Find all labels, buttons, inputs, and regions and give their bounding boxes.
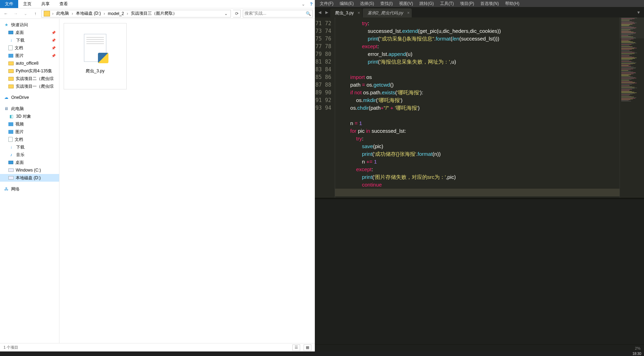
tree-desktop[interactable]: 桌面📌 <box>0 29 59 36</box>
address-bar-row: ← → ⌄ ↑ › 此电脑 › 本地磁盘 (D:) › model_2 › 实战… <box>0 8 315 19</box>
tree-network[interactable]: 🖧网络 <box>0 185 59 193</box>
desktop-icon <box>8 161 13 164</box>
crumb-thispc[interactable]: 此电脑 <box>54 10 71 17</box>
item-count: 1 个项目 <box>3 345 18 350</box>
close-icon[interactable]: × <box>407 10 410 15</box>
minimap[interactable] <box>620 17 644 198</box>
close-icon[interactable]: × <box>358 10 360 15</box>
line-gutter[interactable]: 71 72 73 74 75 76 77 78 79 80 81 82 83 8… <box>315 17 335 198</box>
menu-help[interactable]: 帮助(H) <box>502 0 522 7</box>
menu-file[interactable]: 文件(F) <box>317 0 336 7</box>
folder-icon <box>44 11 50 16</box>
onedrive-icon: ☁ <box>3 95 9 100</box>
tree-documents[interactable]: 文档📌 <box>0 44 59 52</box>
view-icons-button[interactable]: ▦ <box>304 344 311 351</box>
tab-label: 案例2_爬虫代码.py <box>368 10 403 16</box>
file-list[interactable]: 爬虫_3.py <box>59 19 315 343</box>
pin-icon: 📌 <box>51 38 56 42</box>
folder-icon <box>8 61 14 65</box>
menu-find[interactable]: 查找(I) <box>377 0 395 7</box>
pin-icon: 📌 <box>51 31 56 35</box>
editor-tabs: ◀ ▶ 爬虫_3.py × 案例2_爬虫代码.py × ▾ <box>315 7 644 17</box>
folder-icon <box>8 69 14 73</box>
tree-python-practical[interactable]: Python实用4-135集 <box>0 67 59 75</box>
nav-tree[interactable]: ★快速访问 桌面📌 ↓下载📌 文档📌 图片📌 auto_office8 Pyth… <box>0 19 59 343</box>
tab-label: 爬虫_3.py <box>335 10 354 16</box>
network-icon: 🖧 <box>3 186 9 192</box>
tree-downloads2[interactable]: ↓下载 <box>0 143 59 151</box>
folder-icon <box>8 77 14 81</box>
menu-view[interactable]: 视图(V) <box>396 0 416 7</box>
pin-icon: 📌 <box>51 54 56 58</box>
ribbon-tab-share[interactable]: 共享 <box>36 0 55 8</box>
tree-pictures[interactable]: 图片📌 <box>0 52 59 59</box>
crumb-model2[interactable]: model_2 <box>106 10 126 17</box>
editor-status-bar: 2% <box>315 344 644 351</box>
help-icon[interactable]: ? <box>308 0 315 8</box>
file-item[interactable]: 爬虫_3.py <box>64 23 127 89</box>
tree-onedrive[interactable]: ☁OneDrive <box>0 94 59 101</box>
ribbon-expand[interactable]: ⌄ <box>299 0 308 8</box>
editor-console[interactable] <box>315 198 644 344</box>
menu-tools[interactable]: 工具(T) <box>437 0 457 7</box>
crumb-d-drive[interactable]: 本地磁盘 (D:) <box>74 10 103 17</box>
tree-thispc[interactable]: 🖥此电脑 <box>0 105 59 112</box>
tab-nav-right[interactable]: ▶ <box>323 10 330 15</box>
address-dropdown[interactable]: ⌄ <box>222 11 230 16</box>
tab-other[interactable]: 案例2_爬虫代码.py × <box>363 8 411 17</box>
refresh-button[interactable]: ⟳ <box>233 10 241 17</box>
tree-videos[interactable]: 视频 <box>0 120 59 128</box>
tree-3d[interactable]: ◧3D 对象 <box>0 112 59 120</box>
search-box[interactable]: 搜索"实战... 🔍 <box>243 10 313 17</box>
menu-prefs[interactable]: 首选项(N) <box>477 0 502 7</box>
tree-d-drive[interactable]: 本地磁盘 (D:) <box>0 174 59 182</box>
explorer-status-bar: 1 个项目 ☰ ▦ <box>0 343 315 351</box>
tree-proj2[interactable]: 实战项目二（爬虫综 <box>0 75 59 82</box>
download-icon: ↓ <box>8 37 14 43</box>
tab-overflow-button[interactable]: ▾ <box>633 9 644 15</box>
clock[interactable]: 18:30 <box>632 352 641 356</box>
tree-auto-office[interactable]: auto_office8 <box>0 59 59 67</box>
tree-pictures2[interactable]: 图片 <box>0 128 59 136</box>
tab-nav-left[interactable]: ◀ <box>316 10 323 15</box>
tree-documents2[interactable]: 文档 <box>0 136 59 143</box>
tree-desktop2[interactable]: 桌面 <box>0 159 59 166</box>
tree-music[interactable]: ♪音乐 <box>0 151 59 159</box>
tree-proj1[interactable]: 实战项目一（爬虫综 <box>0 82 59 90</box>
folder-icon <box>8 85 14 88</box>
ribbon-tab-view[interactable]: 查看 <box>55 0 73 8</box>
nav-back-button[interactable]: ← <box>2 10 10 17</box>
tree-quick-access[interactable]: ★快速访问 <box>0 21 59 29</box>
taskbar[interactable]: 18:30 <box>0 351 644 356</box>
editor-menubar: 文件(F) 编辑(E) 选择(S) 查找(I) 视图(V) 跳转(G) 工具(T… <box>315 0 644 7</box>
search-placeholder: 搜索"实战... <box>245 10 266 16</box>
address-bar[interactable]: › 此电脑 › 本地磁盘 (D:) › model_2 › 实战项目三（图片爬取… <box>41 10 231 17</box>
nav-up-button[interactable]: ↑ <box>31 10 39 17</box>
view-details-button[interactable]: ☰ <box>292 344 300 351</box>
nav-recent-button[interactable]: ⌄ <box>22 10 29 17</box>
file-explorer: 文件 主页 共享 查看 ⌄ ? ← → ⌄ ↑ › 此电脑 › 本地磁盘 (D:… <box>0 0 315 351</box>
video-icon <box>8 122 13 126</box>
ribbon-tab-file[interactable]: 文件 <box>0 0 18 8</box>
music-icon: ♪ <box>8 152 14 158</box>
tab-active[interactable]: 爬虫_3.py × <box>330 8 362 17</box>
explorer-ribbon: 文件 主页 共享 查看 ⌄ ? <box>0 0 315 8</box>
pin-icon: 📌 <box>51 46 56 50</box>
nav-forward-button[interactable]: → <box>12 10 20 17</box>
menu-select[interactable]: 选择(S) <box>357 0 377 7</box>
status-percent: 2% <box>635 346 641 350</box>
star-icon: ★ <box>3 22 9 28</box>
tree-downloads[interactable]: ↓下载📌 <box>0 36 59 44</box>
ribbon-tab-home[interactable]: 主页 <box>18 0 36 8</box>
python-file-icon <box>84 34 106 62</box>
tree-c-drive[interactable]: Windows (C:) <box>0 166 59 174</box>
desktop-icon <box>8 31 13 34</box>
menu-goto[interactable]: 跳转(G) <box>417 0 437 7</box>
crumb-current[interactable]: 实战项目三（图片爬取） <box>129 10 179 17</box>
code-area[interactable]: try: successed_lst.extend(get_pic(u,dic_… <box>335 17 620 198</box>
menu-edit[interactable]: 编辑(E) <box>337 0 356 7</box>
document-icon <box>8 45 13 50</box>
document-icon <box>8 137 13 142</box>
menu-project[interactable]: 项目(P) <box>457 0 477 7</box>
drive-icon <box>8 176 14 180</box>
